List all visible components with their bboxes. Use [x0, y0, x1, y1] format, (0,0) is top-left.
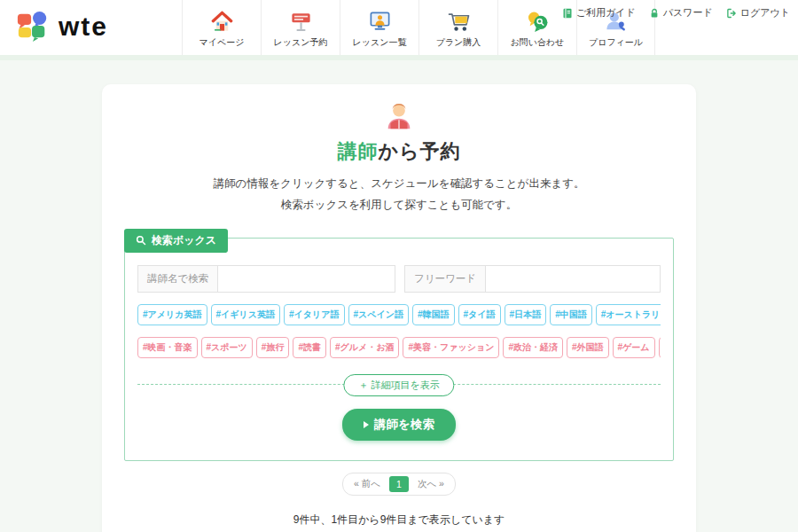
- pagination-prev[interactable]: « 前へ: [345, 475, 389, 493]
- logout-icon: [726, 8, 737, 19]
- play-icon: [364, 421, 369, 428]
- utility-link-logout[interactable]: ログアウト: [726, 6, 790, 20]
- teacher-name-label: 講師名で検索: [137, 265, 218, 293]
- nav-item-label: プラン購入: [436, 36, 481, 49]
- topic-tag[interactable]: #映画・音楽: [137, 337, 198, 358]
- pagination-next[interactable]: 次へ »: [409, 475, 453, 493]
- nav-item-label: レッスン予約: [274, 36, 328, 49]
- search-panel: 検索ボックス 講師名で検索 フリーワード #アメリカ英語#イギリス英語#イタリア…: [124, 238, 674, 461]
- utility-link-label: ご利用ガイド: [576, 6, 636, 20]
- page-title-rest: から予約: [378, 140, 460, 162]
- utility-link-guide[interactable]: ご利用ガイド: [562, 6, 636, 20]
- nav-item-label: レッスン一覧: [353, 36, 407, 49]
- search-inputs-row: 講師名で検索 フリーワード: [137, 265, 661, 293]
- language-tag[interactable]: #日本語: [505, 304, 547, 325]
- topic-tag[interactable]: #外国語: [567, 337, 609, 358]
- pagination: « 前へ 1 次へ »: [342, 473, 456, 496]
- keyword-group: フリーワード: [404, 265, 661, 293]
- topic-tag[interactable]: #スポーツ: [201, 337, 253, 358]
- header: wte マイページレッスン予約レッスン一覧プラン購入お問い合わせプロフィール ご…: [0, 0, 798, 55]
- teacher-name-group: 講師名で検索: [137, 265, 395, 293]
- nav-item-label: お問い合わせ: [511, 36, 565, 49]
- search-submit-button[interactable]: 講師を検索: [342, 409, 456, 441]
- language-tag[interactable]: #オーストラリア英語: [596, 304, 661, 325]
- detail-toggle-button[interactable]: ＋ 詳細項目を表示: [343, 374, 454, 396]
- topic-tag[interactable]: #アウトドア: [659, 337, 661, 358]
- nav-item-reserve[interactable]: レッスン予約: [261, 0, 340, 55]
- contact-icon: [526, 10, 550, 34]
- results-summary: 9件中、1件目から9件目まで表示しています: [102, 512, 696, 528]
- search-box-tab: 検索ボックス: [124, 229, 228, 253]
- language-tags: #アメリカ英語#イギリス英語#イタリア語#スペイン語#韓国語#タイ語#日本語#中…: [137, 304, 661, 325]
- guide-icon: [562, 8, 573, 19]
- topic-tag[interactable]: #読書: [293, 337, 326, 358]
- language-tag[interactable]: #中国語: [550, 304, 592, 325]
- page-title: 講師から予約: [102, 138, 696, 165]
- topic-tags: #映画・音楽#スポーツ#旅行#読書#グルメ・お酒#美容・ファッション#政治・経済…: [137, 337, 661, 358]
- description-line-1: 講師の情報をクリックすると、スケジュールを確認することが出来ます。: [102, 173, 696, 194]
- wte-logo-icon: [16, 10, 50, 43]
- teacher-hero-icon: [102, 98, 696, 132]
- topic-tag[interactable]: #美容・ファッション: [403, 337, 499, 358]
- language-tag[interactable]: #タイ語: [458, 304, 501, 325]
- cart-icon: [447, 10, 471, 34]
- utility-link-password[interactable]: パスワード: [649, 6, 713, 20]
- topic-tag[interactable]: #旅行: [256, 337, 290, 358]
- topic-tag[interactable]: #政治・経済: [503, 337, 563, 358]
- page-description: 講師の情報をクリックすると、スケジュールを確認することが出来ます。 検索ボックス…: [102, 173, 696, 216]
- teacher-name-input[interactable]: [218, 265, 395, 293]
- detail-divider: ＋ 詳細項目を表示: [137, 384, 661, 385]
- nav-item-lessons[interactable]: レッスン一覧: [340, 0, 419, 55]
- logo-text: wte: [59, 12, 108, 42]
- nav-item-label: プロフィール: [589, 36, 643, 49]
- keyword-input[interactable]: [486, 265, 661, 293]
- utility-link-label: ログアウト: [740, 6, 790, 20]
- search-box-label: 検索ボックス: [152, 233, 216, 248]
- topic-tag[interactable]: #グルメ・お酒: [330, 337, 400, 358]
- language-tag[interactable]: #イタリア語: [284, 304, 345, 325]
- pagination-current[interactable]: 1: [389, 476, 409, 492]
- lesson-list-icon: [368, 10, 392, 34]
- search-submit-label: 講師を検索: [374, 417, 434, 433]
- description-line-2: 検索ボックスを利用して探すことも可能です。: [102, 194, 696, 215]
- logo[interactable]: wte: [16, 10, 108, 43]
- keyword-label: フリーワード: [404, 265, 486, 293]
- language-tag[interactable]: #イギリス英語: [211, 304, 281, 325]
- nav-item-mypage[interactable]: マイページ: [182, 0, 261, 55]
- nav-item-plan[interactable]: プラン購入: [419, 0, 497, 55]
- reservation-icon: [289, 10, 313, 34]
- utility-links: ご利用ガイドパスワードログアウト: [562, 6, 790, 20]
- lock-icon: [649, 8, 660, 19]
- main-area: 講師から予約 講師の情報をクリックすると、スケジュールを確認することが出来ます。…: [0, 60, 798, 532]
- content-card: 講師から予約 講師の情報をクリックすると、スケジュールを確認することが出来ます。…: [102, 84, 696, 532]
- language-tag[interactable]: #スペイン語: [348, 304, 410, 325]
- nav-item-label: マイページ: [200, 36, 245, 49]
- search-icon: [136, 235, 146, 246]
- home-icon: [210, 10, 234, 34]
- page-title-highlight: 講師: [337, 140, 378, 162]
- language-tag[interactable]: #韓国語: [412, 304, 455, 325]
- utility-link-label: パスワード: [663, 6, 713, 20]
- language-tag[interactable]: #アメリカ英語: [137, 304, 207, 325]
- topic-tag[interactable]: #ゲーム: [613, 337, 655, 358]
